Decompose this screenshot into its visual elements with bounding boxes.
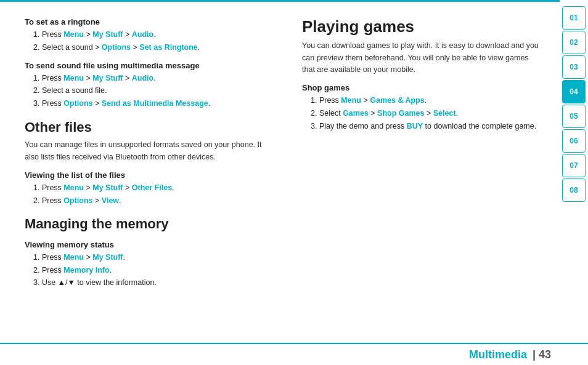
link-options: Options bbox=[102, 43, 131, 52]
list-item: Press Menu > My Stuff > Audio. bbox=[33, 73, 265, 84]
send-sound-list: Press Menu > My Stuff > Audio. Select a … bbox=[25, 73, 265, 110]
managing-memory-heading: Managing the memory bbox=[25, 216, 265, 232]
list-item: Select a sound file. bbox=[33, 85, 265, 97]
link-buy: BUY bbox=[407, 122, 423, 130]
list-item: Press Options > View. bbox=[33, 195, 265, 207]
link-send-mms: Send as Multimedia Message bbox=[102, 99, 208, 108]
ringtone-heading: To set as a ringtone bbox=[25, 17, 265, 26]
link-games: Games bbox=[343, 109, 369, 118]
sidebar-item-04[interactable]: 04 bbox=[562, 80, 586, 103]
playing-games-body: You can download games to play with. It … bbox=[302, 40, 542, 76]
sidebar-item-07[interactable]: 07 bbox=[562, 154, 586, 177]
link-audio2: Audio bbox=[132, 74, 153, 82]
list-item: Press Options > Send as Multimedia Messa… bbox=[33, 98, 265, 110]
shop-games-heading: Shop games bbox=[302, 83, 542, 92]
link-menu3: Menu bbox=[63, 183, 84, 192]
list-item: Press Menu > My Stuff > Audio. bbox=[33, 29, 265, 41]
link-shop-games: Shop Games bbox=[377, 109, 424, 118]
list-item: Play the demo and press BUY to download … bbox=[311, 121, 542, 132]
send-sound-heading: To send sound file using multimedia mess… bbox=[25, 61, 265, 70]
link-menu4: Menu bbox=[63, 253, 84, 262]
link-menu: Menu bbox=[63, 30, 84, 39]
left-column: To set as a ringtone Press Menu > My Stu… bbox=[0, 0, 284, 365]
sidebar-item-06[interactable]: 06 bbox=[562, 129, 586, 153]
link-games-apps: Games & Apps bbox=[370, 96, 424, 105]
link-options3: Options bbox=[63, 196, 92, 205]
link-other-files: Other Files bbox=[132, 183, 172, 192]
list-item: Press Menu > My Stuff > Other Files. bbox=[33, 182, 265, 194]
footer-label: Multimedia bbox=[469, 348, 527, 361]
other-files-heading: Other files bbox=[25, 119, 265, 135]
link-set-ringtone: Set as Ringtone bbox=[139, 43, 197, 52]
link-mystuff3: My Stuff bbox=[92, 183, 123, 192]
link-mystuff4: My Stuff bbox=[92, 253, 123, 262]
link-audio: Audio bbox=[132, 30, 153, 39]
top-line bbox=[0, 0, 560, 2]
page-container: To set as a ringtone Press Menu > My Stu… bbox=[0, 0, 588, 365]
sidebar-item-05[interactable]: 05 bbox=[562, 105, 586, 128]
playing-games-heading: Playing games bbox=[302, 17, 542, 36]
sidebar: 01 02 03 04 05 06 07 08 bbox=[560, 0, 588, 365]
sidebar-item-08[interactable]: 08 bbox=[562, 178, 586, 202]
list-item: Use ▲/▼ to view the information. bbox=[33, 277, 265, 289]
shop-games-list: Press Menu > Games & Apps. Select Games … bbox=[302, 95, 542, 132]
right-column: Playing games You can download games to … bbox=[284, 0, 555, 365]
list-item: Press Memory Info. bbox=[33, 265, 265, 276]
sidebar-item-03[interactable]: 03 bbox=[562, 55, 586, 79]
list-item: Press Menu > My Stuff. bbox=[33, 252, 265, 263]
memory-list: Press Menu > My Stuff. Press Memory Info… bbox=[25, 252, 265, 289]
viewing-list-heading: Viewing the list of the files bbox=[25, 170, 265, 180]
viewing-memory-heading: Viewing memory status bbox=[25, 240, 265, 249]
ringtone-list: Press Menu > My Stuff > Audio. Select a … bbox=[25, 29, 265, 54]
footer-page: | 43 bbox=[529, 348, 551, 361]
viewing-list: Press Menu > My Stuff > Other Files. Pre… bbox=[25, 182, 265, 207]
link-menu5: Menu bbox=[341, 96, 361, 105]
link-options2: Options bbox=[63, 99, 92, 108]
link-mystuff2: My Stuff bbox=[92, 74, 123, 82]
link-memory-info: Memory Info bbox=[63, 266, 109, 275]
other-files-body: You can manage files in unsupported form… bbox=[25, 139, 265, 163]
link-menu2: Menu bbox=[63, 74, 84, 82]
list-item: Select Games > Shop Games > Select. bbox=[311, 108, 542, 119]
list-item: Press Menu > Games & Apps. bbox=[311, 95, 542, 106]
link-select: Select bbox=[433, 109, 456, 118]
link-view: View bbox=[102, 196, 119, 205]
sidebar-item-01[interactable]: 01 bbox=[562, 6, 586, 30]
sidebar-item-02[interactable]: 02 bbox=[562, 31, 586, 54]
link-mystuff: My Stuff bbox=[92, 30, 123, 39]
list-item: Select a sound > Options > Set as Ringto… bbox=[33, 42, 265, 54]
footer: Multimedia | 43 bbox=[0, 343, 588, 365]
